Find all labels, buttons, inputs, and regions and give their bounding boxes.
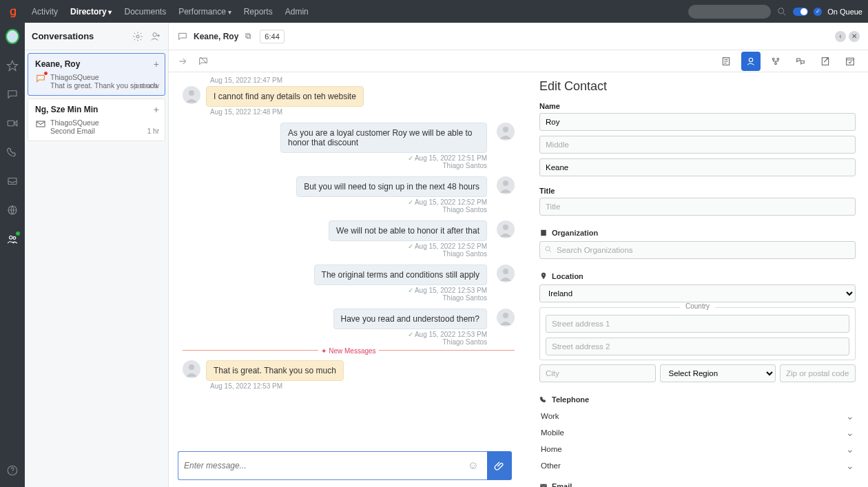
avatar: [183, 360, 200, 378]
message-meta: ✓ Aug 15, 2022 12:53 PMThiago Santos: [183, 287, 487, 302]
conversation-item[interactable]: Keane, Roy+ThiagoSQueueThat is great. Th…: [28, 53, 165, 96]
copy-icon[interactable]: [244, 32, 253, 41]
rail-help[interactable]: [6, 464, 19, 477]
phone-type-label: Home: [541, 445, 562, 453]
svg-marker-2: [8, 61, 18, 70]
svg-rect-23: [847, 58, 854, 65]
conversations-header: Conversations: [25, 23, 168, 50]
location-label: Location: [552, 272, 583, 280]
phone-type-row[interactable]: Mobile: [539, 424, 856, 441]
journey-icon[interactable]: [766, 52, 785, 71]
script-icon[interactable]: [716, 52, 736, 71]
rail-video[interactable]: [6, 116, 19, 130]
outbound-message: As you are a loyal customer Roy we will …: [183, 123, 515, 153]
add-person-icon[interactable]: [150, 31, 161, 42]
phone-type-label: Work: [541, 412, 559, 420]
location-section: Location: [539, 272, 856, 280]
global-search[interactable]: [688, 5, 771, 19]
nav-directory[interactable]: Directory: [70, 7, 112, 17]
middle-name-input[interactable]: [539, 136, 856, 154]
city-input[interactable]: [539, 364, 656, 382]
nav-documents[interactable]: Documents: [124, 7, 166, 17]
phone-type-row[interactable]: Work: [539, 408, 856, 424]
messages-area: Aug 15, 2022 12:47 PMI cannot find any d…: [169, 72, 520, 446]
new-messages-divider: ✦ New Messages: [318, 347, 378, 355]
canned-response-icon[interactable]: [198, 56, 209, 67]
country-select[interactable]: Ireland: [539, 284, 856, 302]
phone-type-label: Mobile: [541, 428, 564, 437]
phone-type-row[interactable]: Home: [539, 441, 856, 457]
nav-reports[interactable]: Reports: [244, 7, 273, 17]
message-composer: ☺: [178, 451, 512, 480]
emoji-icon[interactable]: ☺: [465, 459, 482, 472]
message-input[interactable]: [184, 461, 465, 470]
phone-type-row[interactable]: Other: [539, 457, 856, 474]
avatar: [497, 265, 515, 282]
attach-button[interactable]: [487, 451, 512, 480]
rail-chat[interactable]: [6, 87, 19, 101]
telephone-label: Telephone: [552, 395, 589, 404]
conversation-timer: 6:44: [260, 30, 284, 43]
message-meta: ✓ Aug 15, 2022 12:52 PMThiago Santos: [183, 198, 487, 214]
conversations-title: Conversations: [32, 31, 94, 41]
rail-globe[interactable]: [6, 203, 19, 217]
conversation-header: Keane, Roy 6:44 ‹ ✕: [169, 23, 868, 50]
svg-point-21: [775, 63, 777, 65]
email-icon: [35, 118, 46, 129]
conversation-item[interactable]: Ng, Sze Min Min+ThiagoSQueueSecond Email…: [28, 99, 165, 141]
rail-people[interactable]: [6, 232, 19, 246]
title-input[interactable]: [539, 198, 856, 216]
svg-point-10: [12, 473, 12, 473]
street1-input[interactable]: [546, 315, 849, 333]
search-icon[interactable]: [776, 6, 787, 17]
street2-input[interactable]: [546, 338, 849, 355]
region-select[interactable]: Select Region: [660, 364, 776, 382]
avatar: [497, 123, 515, 141]
rail-favorites[interactable]: [6, 59, 19, 72]
message-meta: ✓ Aug 15, 2022 12:53 PMThiago Santos: [183, 331, 487, 346]
contact-panel-title: Edit Contact: [539, 79, 856, 94]
outbound-message: The original terms and conditions still …: [183, 265, 515, 285]
name-label: Name: [539, 102, 856, 110]
status-check-icon: ✓: [814, 8, 822, 16]
avatar: [497, 176, 515, 194]
add-icon[interactable]: +: [154, 105, 159, 114]
outbound-message: Have you read and understood them?: [183, 309, 515, 329]
schedule-icon[interactable]: [840, 52, 860, 71]
organization-search-input[interactable]: [539, 241, 856, 259]
nav-admin[interactable]: Admin: [285, 7, 309, 17]
telephone-section: Telephone: [539, 395, 856, 404]
chevron-down-icon: [846, 427, 854, 438]
notes-icon[interactable]: [816, 52, 835, 71]
svg-line-1: [783, 13, 785, 15]
add-icon[interactable]: +: [154, 59, 159, 69]
zip-input[interactable]: [780, 364, 856, 382]
first-name-input[interactable]: [539, 113, 856, 131]
chat-icon: [177, 31, 188, 42]
on-queue-toggle[interactable]: [793, 8, 808, 16]
outbound-message: But you will need to sign up in the next…: [183, 176, 515, 197]
last-name-input[interactable]: [539, 158, 856, 176]
email-section: Email: [539, 482, 856, 487]
inbound-message: That is great. Thank you so much: [183, 360, 515, 381]
contact-panel: Edit Contact Name Title Organization Loc…: [527, 72, 868, 487]
nav-activity[interactable]: Activity: [32, 7, 58, 17]
transfer-icon[interactable]: [177, 56, 188, 67]
chevron-down-icon: [846, 411, 854, 422]
svg-rect-13: [37, 121, 45, 127]
minimize-button[interactable]: ‹: [835, 31, 846, 42]
message-timestamp: Aug 15, 2022 12:47 PM: [210, 76, 515, 84]
message-meta: ✓ Aug 15, 2022 12:51 PMThiago Santos: [183, 154, 487, 169]
responses-icon[interactable]: [791, 52, 810, 71]
contact-icon[interactable]: [741, 52, 761, 71]
settings-icon[interactable]: [132, 31, 143, 42]
rail-inbox[interactable]: [6, 174, 19, 188]
rail-phone[interactable]: [6, 145, 19, 159]
conversation-action-bar: [169, 50, 868, 72]
close-button[interactable]: ✕: [849, 31, 860, 42]
avatar: [497, 220, 515, 238]
svg-rect-24: [541, 230, 546, 236]
nav-performance[interactable]: Performance: [178, 7, 231, 17]
rail-profile[interactable]: [6, 30, 19, 43]
conversations-panel: Conversations Keane, Roy+ThiagoSQueueTha…: [25, 23, 169, 487]
